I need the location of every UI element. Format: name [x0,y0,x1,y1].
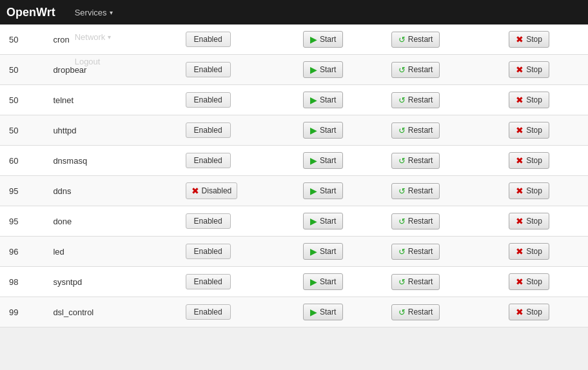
play-icon: ▶ [310,307,317,317]
refresh-icon: ↺ [398,217,406,226]
stop-icon: ✖ [516,155,524,166]
service-start-cell: ▶ Start [294,237,382,267]
restart-button[interactable]: ↺ Restart [391,62,440,78]
play-icon: ▶ [310,155,317,166]
service-restart-cell: ↺ Restart [382,297,500,327]
start-button[interactable]: ▶ Start [303,213,343,229]
enabled-button[interactable]: Enabled [186,32,231,47]
restart-button[interactable]: ↺ Restart [391,244,440,260]
start-button[interactable]: ▶ Start [303,61,343,78]
start-button[interactable]: ▶ Start [303,152,343,169]
service-priority: 50 [0,115,44,146]
stop-button[interactable]: ✖ Stop [509,122,549,139]
brand-logo[interactable]: OpenWrt [6,6,55,19]
chevron-down-icon: ▾ [108,34,111,41]
stop-icon: ✖ [516,246,524,257]
service-stop-cell: ✖ Stop [500,146,588,176]
start-button[interactable]: ▶ Start [303,273,343,290]
service-status-cell: Enabled [177,115,294,146]
stop-button[interactable]: ✖ Stop [509,182,549,199]
service-priority: 50 [0,55,44,85]
start-button[interactable]: ▶ Start [303,92,343,108]
play-icon: ▶ [310,95,317,105]
enabled-button[interactable]: Enabled [186,92,231,108]
stop-button[interactable]: ✖ Stop [509,31,549,48]
stop-button[interactable]: ✖ Stop [509,243,549,260]
service-start-cell: ▶ Start [294,206,382,237]
play-icon: ▶ [310,246,317,257]
service-name: ddns [44,176,176,206]
service-name: dnsmasq [44,146,176,176]
restart-button[interactable]: ↺ Restart [391,183,440,199]
service-start-cell: ▶ Start [294,55,382,85]
stop-button[interactable]: ✖ Stop [509,213,549,229]
service-restart-cell: ↺ Restart [382,115,500,146]
restart-button[interactable]: ↺ Restart [391,274,440,290]
nav-item-network[interactable]: Network▾ [68,24,119,49]
service-priority: 95 [0,176,44,206]
x-circle-icon: ✖ [191,186,199,196]
table-row: 50uhttpdEnabled▶ Start↺ Restart✖ Stop [0,115,588,146]
service-priority: 50 [0,24,44,55]
enabled-button[interactable]: Enabled [186,304,231,320]
stop-button[interactable]: ✖ Stop [509,273,549,290]
service-status-cell: Enabled [177,297,294,327]
stop-button[interactable]: ✖ Stop [509,304,549,320]
enabled-button[interactable]: Enabled [186,274,231,289]
service-name: done [44,206,176,237]
service-restart-cell: ↺ Restart [382,146,500,176]
service-status-cell: Enabled [177,146,294,176]
restart-button[interactable]: ↺ Restart [391,32,440,48]
service-priority: 98 [0,267,44,297]
restart-button[interactable]: ↺ Restart [391,153,440,169]
service-restart-cell: ↺ Restart [382,85,500,115]
disabled-button[interactable]: ✖ Disabled [186,182,238,199]
navbar: OpenWrt Status▾System▾Services▾Network▾L… [0,0,588,24]
nav-item-logout[interactable]: Logout [68,49,119,73]
play-icon: ▶ [310,186,317,196]
restart-button[interactable]: ↺ Restart [391,122,440,139]
play-icon: ▶ [310,64,317,75]
nav-item-services[interactable]: Services▾ [68,0,119,24]
refresh-icon: ↺ [398,95,406,105]
play-icon: ▶ [310,216,317,226]
stop-icon: ✖ [516,34,524,44]
service-restart-cell: ↺ Restart [382,237,500,267]
service-priority: 99 [0,297,44,327]
chevron-down-icon: ▾ [110,9,113,16]
enabled-button[interactable]: Enabled [186,62,231,77]
service-priority: 96 [0,237,44,267]
play-icon: ▶ [310,277,317,287]
stop-button[interactable]: ✖ Stop [509,152,549,169]
restart-button[interactable]: ↺ Restart [391,304,440,320]
service-start-cell: ▶ Start [294,176,382,206]
service-stop-cell: ✖ Stop [500,55,588,85]
restart-button[interactable]: ↺ Restart [391,213,440,229]
play-icon: ▶ [310,125,317,135]
start-button[interactable]: ▶ Start [303,304,343,320]
restart-button[interactable]: ↺ Restart [391,92,440,108]
start-button[interactable]: ▶ Start [303,31,343,48]
enabled-button[interactable]: Enabled [186,213,231,229]
service-restart-cell: ↺ Restart [382,176,500,206]
refresh-icon: ↺ [398,126,406,135]
enabled-button[interactable]: Enabled [186,244,231,259]
enabled-button[interactable]: Enabled [186,153,231,168]
service-stop-cell: ✖ Stop [500,176,588,206]
nav-menu: Status▾System▾Services▾Network▾Logout [68,0,119,73]
start-button[interactable]: ▶ Start [303,243,343,260]
table-row: 50telnetEnabled▶ Start↺ Restart✖ Stop [0,85,588,115]
stop-button[interactable]: ✖ Stop [509,92,549,108]
refresh-icon: ↺ [398,35,406,44]
service-status-cell: Enabled [177,85,294,115]
start-button[interactable]: ▶ Start [303,182,343,199]
service-name: dsl_control [44,297,176,327]
table-row: 98sysntpdEnabled▶ Start↺ Restart✖ Stop [0,267,588,297]
table-row: 60dnsmasqEnabled▶ Start↺ Restart✖ Stop [0,146,588,176]
refresh-icon: ↺ [398,307,406,317]
enabled-button[interactable]: Enabled [186,122,231,138]
start-button[interactable]: ▶ Start [303,122,343,139]
service-priority: 95 [0,206,44,237]
stop-button[interactable]: ✖ Stop [509,61,549,78]
table-row: 99dsl_controlEnabled▶ Start↺ Restart✖ St… [0,297,588,327]
